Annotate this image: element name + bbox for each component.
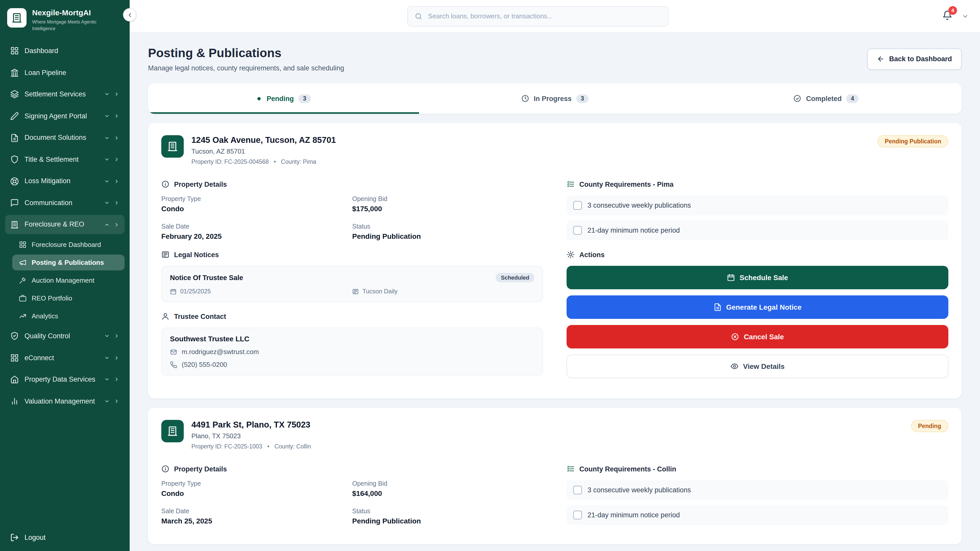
sidebar-item-communication[interactable]: Communication — [5, 193, 124, 213]
document-icon — [10, 133, 19, 142]
app-logo: Nexgile-MortgAI Where Mortgage Meets Age… — [0, 0, 130, 36]
sidebar-item-document-solutions[interactable]: Document Solutions — [5, 128, 124, 148]
view-details-button[interactable]: View Details — [566, 354, 948, 378]
property-card: 4491 Park St, Plano, TX 75023 Plano, TX … — [148, 408, 962, 545]
chevron-right-icon — [114, 355, 119, 361]
sidebar-item-label: Signing Agent Portal — [24, 111, 99, 121]
back-to-dashboard-button[interactable]: Back to Dashboard — [867, 48, 962, 70]
requirement-item: 3 consecutive weekly publications — [566, 195, 948, 215]
sidebar-collapse-button[interactable] — [123, 8, 136, 21]
requirement-checkbox[interactable] — [573, 511, 582, 519]
property-card-body: Property Details Property Type Condo Ope… — [148, 451, 962, 545]
sidebar-item-loss-mitigation[interactable]: Loss Mitigation — [5, 171, 124, 191]
eye-icon — [730, 362, 738, 370]
detail-item: Sale Date March 25, 2025 — [161, 508, 352, 525]
page-header: Posting & Publications Manage legal noti… — [148, 46, 962, 72]
newspaper-icon — [161, 251, 169, 259]
chevron-down-icon — [104, 399, 110, 404]
property-location: Tucson, AZ 85701 — [191, 148, 336, 155]
status-badge: Pending — [911, 420, 948, 432]
property-location: Plano, TX 75023 — [191, 432, 311, 440]
main-area: 4 Posting & Publications Manage legal no… — [130, 0, 980, 551]
sidebar-item-econnect[interactable]: eConnect — [5, 348, 124, 367]
page-subtitle: Manage legal notices, county requirement… — [148, 64, 344, 72]
topbar-right: 4 — [942, 10, 969, 22]
sidebar-item-dashboard[interactable]: Dashboard — [5, 41, 124, 60]
trustee-phone: (520) 555-0200 — [170, 361, 535, 368]
cancel-sale-button[interactable]: Cancel Sale — [566, 325, 948, 348]
logout-button[interactable]: Logout — [0, 525, 130, 551]
sidebar-item-analytics[interactable]: Analytics — [12, 308, 124, 324]
sidebar-item-quality-control[interactable]: Quality Control — [5, 327, 124, 346]
mail-icon — [170, 348, 177, 355]
detail-item: Status Pending Publication — [352, 223, 543, 240]
generate-legal-notice-button[interactable]: Generate Legal Notice — [566, 295, 948, 319]
search-input[interactable] — [427, 12, 661, 21]
property-county: County: Pima — [281, 159, 316, 165]
requirement-checkbox[interactable] — [573, 201, 582, 210]
chevron-down-icon — [104, 200, 110, 206]
chevron-right-icon — [114, 399, 119, 404]
sidebar-item-label: Valuation Management — [24, 397, 99, 406]
schedule-sale-button[interactable]: Schedule Sale — [566, 266, 948, 289]
section-property-details: Property Details — [161, 180, 543, 188]
chevron-right-icon — [114, 135, 119, 141]
detail-item: Status Pending Publication — [352, 508, 543, 525]
property-title: 4491 Park St, Plano, TX 75023 — [191, 420, 311, 430]
chevron-right-icon — [114, 222, 119, 227]
requirement-checkbox[interactable] — [573, 226, 582, 235]
tab-count-badge: 3 — [576, 94, 589, 103]
chevron-right-icon — [114, 333, 119, 339]
sidebar-item-settlement-services[interactable]: Settlement Services — [5, 85, 124, 104]
sidebar-item-label: Title & Settlement — [24, 155, 99, 164]
sidebar-item-foreclosure-reo[interactable]: Foreclosure & REO — [5, 215, 124, 234]
expand-chevrons — [104, 399, 119, 404]
apps-grid-icon — [10, 354, 19, 362]
notifications-button[interactable]: 4 — [942, 10, 953, 22]
sidebar-item-loan-pipeline[interactable]: Loan Pipeline — [5, 63, 124, 82]
tab-completed[interactable]: Completed 4 — [690, 83, 962, 114]
sidebar-item-property-data-services[interactable]: Property Data Services — [5, 370, 124, 389]
sidebar-item-valuation-management[interactable]: Valuation Management — [5, 392, 124, 411]
section-county-requirements: County Requirements - Pima — [566, 180, 948, 188]
requirement-checkbox[interactable] — [573, 486, 582, 494]
checklist-icon — [566, 180, 575, 188]
property-title: 1245 Oak Avenue, Tucson, AZ 85701 — [191, 135, 336, 145]
chevron-down-icon — [104, 333, 110, 339]
sidebar-item-signing-agent-portal[interactable]: Signing Agent Portal — [5, 106, 124, 125]
sidebar-item-title-settlement[interactable]: Title & Settlement — [5, 150, 124, 169]
tab-count-badge: 3 — [298, 94, 311, 103]
logout-label: Logout — [24, 534, 46, 541]
logout-icon — [10, 533, 19, 542]
detail-item: Sale Date February 20, 2025 — [161, 223, 352, 240]
sidebar-item-label: Property Data Services — [24, 375, 99, 384]
check-circle-icon — [793, 94, 801, 103]
clock-icon — [521, 94, 529, 103]
sidebar-item-foreclosure-dashboard[interactable]: Foreclosure Dashboard — [12, 237, 124, 252]
detail-item: Property Type Condo — [161, 480, 352, 497]
search-icon — [414, 12, 422, 20]
notice-status-badge: Scheduled — [496, 273, 535, 282]
property-card-body: Property Details Property Type Condo Ope… — [148, 167, 962, 399]
building-icon — [161, 420, 184, 442]
property-id: Property ID: FC-2025-004568 — [191, 159, 269, 165]
sidebar-item-reo-portfolio[interactable]: REO Portfolio — [12, 290, 124, 306]
sidebar-item-posting-publications[interactable]: Posting & Publications — [12, 254, 124, 270]
sidebar-item-auction-management[interactable]: Auction Management — [12, 272, 124, 288]
app-root: Nexgile-MortgAI Where Mortgage Meets Age… — [0, 0, 980, 551]
calendar-icon — [170, 288, 177, 295]
shield-icon — [10, 155, 19, 164]
section-actions: Actions — [566, 251, 948, 259]
sidebar-item-label: Document Solutions — [24, 133, 99, 142]
tab-in-progress[interactable]: In Progress 3 — [419, 83, 690, 114]
global-search[interactable] — [407, 6, 668, 26]
property-meta: Property ID: FC-2025-1003 • County: Coll… — [191, 443, 311, 449]
sidebar-item-label: Loan Pipeline — [24, 68, 119, 77]
property-details-grid: Property Type Condo Opening Bid $175,000… — [161, 195, 543, 240]
tab-pending[interactable]: Pending 3 — [148, 83, 419, 114]
dashboard-icon — [10, 47, 19, 56]
chevron-down-icon — [104, 113, 110, 119]
chevron-down-icon[interactable] — [962, 13, 969, 20]
property-county: County: Collin — [274, 443, 311, 449]
chevron-up-icon — [104, 222, 110, 227]
